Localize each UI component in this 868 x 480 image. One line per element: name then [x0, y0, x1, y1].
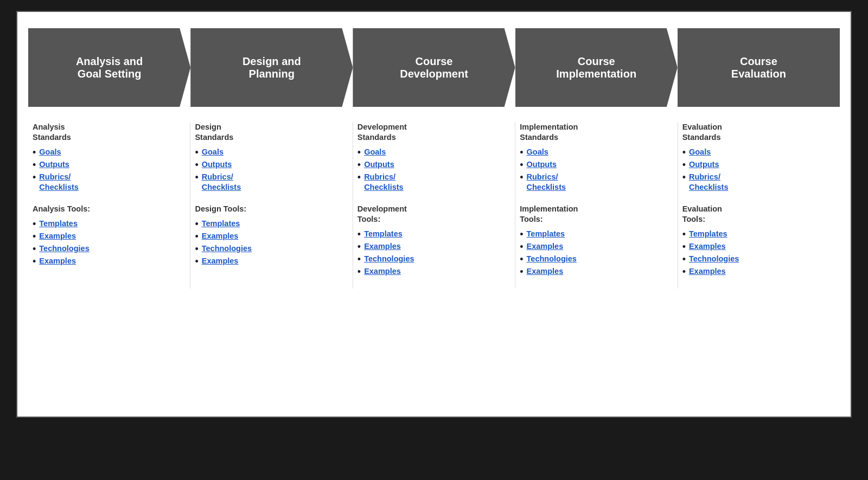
- bullet-icon: •: [33, 232, 36, 241]
- bullet-icon: •: [520, 148, 523, 157]
- bullet-icon: •: [358, 160, 361, 170]
- list-item: •Examples: [520, 266, 671, 277]
- standards-list-design: •Goals•Outputs•Rubrics/ Checklists: [195, 147, 346, 193]
- phase-box-evaluation[interactable]: Course Evaluation: [678, 28, 840, 107]
- list-item: •Examples: [358, 266, 508, 277]
- standards-heading-development: Development Standards: [358, 122, 508, 143]
- tool-link-examples[interactable]: Examples: [689, 241, 726, 252]
- tool-link-technologies[interactable]: Technologies: [39, 244, 89, 254]
- list-item: •Rubrics/ Checklists: [195, 172, 346, 193]
- list-item: •Examples: [195, 231, 346, 241]
- standards-heading-analysis: Analysis Standards: [33, 122, 183, 143]
- link-goals[interactable]: Goals: [202, 147, 224, 157]
- tool-link-examples[interactable]: Examples: [527, 241, 564, 252]
- bullet-icon: •: [33, 160, 36, 170]
- tools-list-evaluation: •Templates•Examples•Technologies•Example…: [682, 229, 833, 277]
- tool-link-examples[interactable]: Examples: [364, 241, 401, 252]
- list-item: •Examples: [520, 241, 671, 252]
- phase-box-analysis[interactable]: Analysis and Goal Setting: [28, 28, 190, 107]
- tool-link-examples[interactable]: Examples: [39, 231, 76, 241]
- tool-link-technologies[interactable]: Technologies: [527, 254, 577, 264]
- tool-link-examples[interactable]: Examples: [689, 266, 726, 277]
- standards-heading-design: Design Standards: [195, 122, 346, 143]
- tools-list-implementation: •Templates•Examples•Technologies•Example…: [520, 229, 671, 277]
- flow-item-evaluation: Course Evaluation: [678, 28, 840, 107]
- standards-list-development: •Goals•Outputs•Rubrics/ Checklists: [358, 147, 508, 193]
- tool-link-examples[interactable]: Examples: [527, 266, 564, 277]
- phase-box-development[interactable]: Course Development: [353, 28, 515, 107]
- list-item: •Goals: [33, 147, 183, 157]
- link-outputs[interactable]: Outputs: [364, 159, 394, 170]
- bullet-icon: •: [33, 219, 36, 229]
- list-item: •Goals: [195, 147, 346, 157]
- content-col-development: Development Standards•Goals•Outputs•Rubr…: [353, 122, 515, 289]
- bullet-icon: •: [520, 267, 523, 277]
- list-item: •Templates: [33, 219, 183, 229]
- bullet-icon: •: [682, 229, 686, 239]
- link-rubrics/-checklists[interactable]: Rubrics/ Checklists: [364, 172, 404, 193]
- bullet-icon: •: [682, 254, 686, 264]
- standards-list-analysis: •Goals•Outputs•Rubrics/ Checklists: [33, 147, 183, 193]
- list-item: •Goals: [682, 147, 833, 157]
- flow-item-implementation: Course Implementation: [515, 28, 678, 107]
- tool-link-technologies[interactable]: Technologies: [202, 244, 252, 254]
- list-item: •Goals: [358, 147, 508, 157]
- link-outputs[interactable]: Outputs: [527, 159, 557, 170]
- link-outputs[interactable]: Outputs: [202, 159, 232, 170]
- flow-item-development: Course Development: [353, 28, 515, 107]
- list-item: •Templates: [682, 229, 833, 239]
- tool-link-templates[interactable]: Templates: [527, 229, 565, 239]
- bullet-icon: •: [358, 267, 361, 277]
- content-col-implementation: Implementation Standards•Goals•Outputs•R…: [515, 122, 678, 289]
- tool-link-templates[interactable]: Templates: [39, 219, 78, 229]
- bullet-icon: •: [358, 254, 361, 264]
- bullet-icon: •: [195, 219, 198, 229]
- flow-item-analysis: Analysis and Goal Setting: [28, 28, 190, 107]
- flow-row: Analysis and Goal SettingDesign and Plan…: [28, 28, 840, 107]
- link-outputs[interactable]: Outputs: [689, 159, 719, 170]
- tools-list-analysis: •Templates•Examples•Technologies•Example…: [33, 219, 183, 266]
- phase-box-implementation[interactable]: Course Implementation: [515, 28, 678, 107]
- link-goals[interactable]: Goals: [527, 147, 548, 157]
- list-item: •Examples: [195, 256, 346, 266]
- bullet-icon: •: [358, 148, 361, 157]
- bullet-icon: •: [520, 229, 523, 239]
- bullet-icon: •: [195, 160, 198, 170]
- phase-box-design[interactable]: Design and Planning: [190, 28, 353, 107]
- standards-list-evaluation: •Goals•Outputs•Rubrics/ Checklists: [682, 147, 833, 193]
- tool-link-examples[interactable]: Examples: [202, 256, 239, 266]
- link-goals[interactable]: Goals: [689, 147, 711, 157]
- link-rubrics/-checklists[interactable]: Rubrics/ Checklists: [527, 172, 566, 193]
- list-item: •Examples: [358, 241, 508, 252]
- tool-link-technologies[interactable]: Technologies: [364, 254, 414, 264]
- link-rubrics/-checklists[interactable]: Rubrics/ Checklists: [39, 172, 79, 193]
- tool-link-technologies[interactable]: Technologies: [689, 254, 739, 264]
- link-rubrics/-checklists[interactable]: Rubrics/ Checklists: [689, 172, 729, 193]
- bullet-icon: •: [33, 172, 36, 182]
- tool-link-examples[interactable]: Examples: [364, 266, 401, 277]
- bullet-icon: •: [33, 244, 36, 254]
- tool-link-examples[interactable]: Examples: [202, 231, 239, 241]
- tool-link-examples[interactable]: Examples: [39, 256, 76, 266]
- list-item: •Examples: [682, 241, 833, 252]
- tool-link-templates[interactable]: Templates: [364, 229, 403, 239]
- link-goals[interactable]: Goals: [39, 147, 61, 157]
- link-outputs[interactable]: Outputs: [39, 159, 69, 170]
- list-item: •Technologies: [358, 254, 508, 264]
- content-col-evaluation: Evaluation Standards•Goals•Outputs•Rubri…: [678, 122, 840, 289]
- tool-link-templates[interactable]: Templates: [689, 229, 727, 239]
- tools-heading-analysis: Analysis Tools:: [33, 204, 183, 214]
- tools-heading-design: Design Tools:: [195, 204, 346, 214]
- link-goals[interactable]: Goals: [364, 147, 386, 157]
- tool-link-templates[interactable]: Templates: [202, 219, 240, 229]
- bullet-icon: •: [682, 172, 686, 182]
- bullet-icon: •: [520, 254, 523, 264]
- content-col-analysis: Analysis Standards•Goals•Outputs•Rubrics…: [28, 122, 190, 289]
- bullet-icon: •: [520, 172, 523, 182]
- list-item: •Rubrics/ Checklists: [682, 172, 833, 193]
- list-item: •Rubrics/ Checklists: [520, 172, 671, 193]
- list-item: •Templates: [358, 229, 508, 239]
- link-rubrics/-checklists[interactable]: Rubrics/ Checklists: [202, 172, 241, 193]
- bullet-icon: •: [195, 257, 198, 266]
- bullet-icon: •: [520, 160, 523, 170]
